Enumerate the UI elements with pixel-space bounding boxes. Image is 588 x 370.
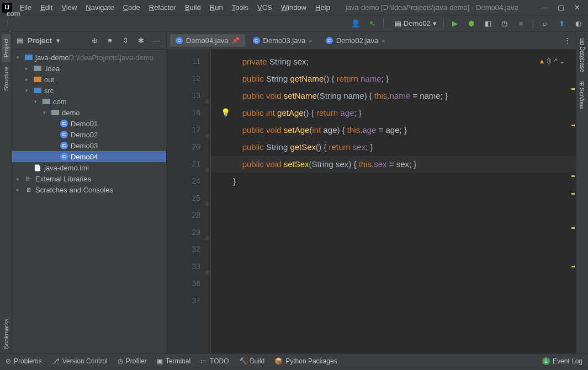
menu-build[interactable]: Build	[181, 2, 205, 13]
tree-node-demo[interactable]: ▾demo	[12, 107, 166, 118]
menu-navigate[interactable]: Navigate	[81, 2, 118, 13]
expand-icon[interactable]: ≡	[104, 35, 115, 46]
menu-tools[interactable]: Tools	[227, 2, 253, 13]
tool-vcs[interactable]: ⎇ Version Control	[52, 357, 108, 365]
collapse-icon[interactable]: ⇕	[120, 35, 131, 46]
search-icon[interactable]: ⌕	[539, 18, 550, 29]
tree-node-scratches and consoles[interactable]: ▸🗎Scratches and Consoles	[12, 184, 166, 195]
maximize-icon[interactable]: ▢	[558, 3, 564, 12]
tool-todo[interactable]: ≔ TODO	[200, 357, 229, 365]
tree-node-external libraries[interactable]: ▸⊪External Libraries	[12, 173, 166, 184]
profile-icon[interactable]: ◷	[499, 18, 510, 29]
stop-icon[interactable]: ■	[516, 18, 527, 29]
tool-tab-project[interactable]: Project	[2, 34, 10, 62]
tabs-more-icon[interactable]: ⋮	[561, 35, 573, 46]
tree-node-.idea[interactable]: ▸.idea	[12, 63, 166, 74]
navbar: java-demo〉src〉com〉demo〉C Demo04〉m getAge…	[0, 15, 588, 32]
tree-node-java-demo.iml[interactable]: 📄java-demo.iml	[12, 162, 166, 173]
add-user-icon[interactable]: 👤	[350, 18, 361, 29]
titlebar: IJ FileEditViewNavigateCodeRefactorBuild…	[0, 0, 588, 15]
update-icon[interactable]: ⬆	[556, 18, 567, 29]
minimize-icon[interactable]: —	[541, 3, 548, 12]
locate-icon[interactable]: ⊕	[89, 35, 100, 46]
project-panel-title: Project	[28, 36, 52, 45]
menu-help[interactable]: Help	[311, 2, 335, 13]
right-tool-strip: 🗄 Database ⊞ SciView	[576, 32, 588, 353]
tool-build[interactable]: 🔨 Build	[239, 357, 265, 365]
error-stripe[interactable]	[570, 50, 576, 353]
tool-terminal[interactable]: ▣ Terminal	[157, 357, 190, 365]
left-tool-strip: Project Structure Bookmarks	[0, 32, 12, 353]
tool-tab-database[interactable]: 🗄 Database	[578, 34, 587, 77]
editor-body[interactable]: 1112⊞1316⊞1720⊞2124⊞2528⊞2932⊞333637 ▲ 8…	[167, 50, 576, 353]
crumb-com[interactable]: com	[4, 8, 46, 19]
project-tree[interactable]: ▾java-demo D:\IdeaProjects\java-demo▸.id…	[12, 50, 166, 353]
coverage-icon[interactable]: ◧	[483, 18, 494, 29]
menu-view[interactable]: View	[57, 2, 81, 13]
tab-demo03.java[interactable]: CDemo03.java×	[247, 34, 318, 47]
run-icon[interactable]: ▶	[449, 18, 460, 29]
tree-node-out[interactable]: ▸out	[12, 74, 166, 85]
tool-tab-sciview[interactable]: ⊞ SciView	[578, 77, 587, 114]
menu-window[interactable]: Window	[277, 2, 311, 13]
tool-problems[interactable]: ⊘ Problems	[6, 357, 42, 365]
tree-node-src[interactable]: ▾src	[12, 85, 166, 96]
status-bar: ▣ Method 'getAge()' is never used 21:21 …	[0, 368, 588, 370]
menu-refactor[interactable]: Refactor	[145, 2, 181, 13]
tab-demo04.java[interactable]: CDemo04.java📌	[170, 34, 245, 47]
tree-node-demo03[interactable]: CDemo03	[12, 140, 166, 151]
tool-profiler[interactable]: ◷ Profiler	[118, 357, 147, 365]
main-menu: FileEditViewNavigateCodeRefactorBuildRun…	[15, 3, 335, 12]
tree-node-com[interactable]: ▾com	[12, 96, 166, 107]
project-panel-icon: ▤	[17, 36, 23, 45]
hide-icon[interactable]: —	[151, 35, 162, 46]
tree-node-demo02[interactable]: CDemo02	[12, 129, 166, 140]
settings-icon[interactable]: ✱	[135, 35, 146, 46]
close-icon[interactable]: ✕	[574, 3, 580, 12]
menu-run[interactable]: Run	[205, 2, 227, 13]
run-config-select[interactable]: ▤ Demo02 ▾	[383, 18, 443, 29]
tab-demo02.java[interactable]: CDemo02.java×	[320, 34, 391, 47]
tool-python[interactable]: 📦 Python Packages	[274, 357, 337, 365]
tool-tab-bookmarks[interactable]: Bookmarks	[2, 314, 10, 353]
project-panel: ▤ Project ▾ ⊕ ≡ ⇕ ✱ — ▾java-demo D:\Idea…	[12, 32, 167, 353]
tool-tab-structure[interactable]: Structure	[2, 62, 10, 95]
editor-tabs: CDemo04.java📌CDemo03.java×CDemo02.java× …	[167, 32, 576, 50]
window-title: java-demo [D:\IdeaProjects\java-demo] - …	[346, 3, 518, 12]
build-arrow-icon[interactable]: ↖	[367, 18, 378, 29]
tree-node-java-demo[interactable]: ▾java-demo D:\IdeaProjects\java-demo	[12, 52, 166, 63]
event-log[interactable]: 2 Event Log	[542, 357, 582, 365]
tree-node-demo01[interactable]: CDemo01	[12, 118, 166, 129]
ide-features-icon[interactable]: ◐	[573, 18, 584, 29]
tree-node-demo04[interactable]: CDemo04	[12, 151, 166, 162]
menu-code[interactable]: Code	[119, 2, 145, 13]
bottom-toolbar: ⊘ Problems ⎇ Version Control ◷ Profiler …	[0, 353, 588, 368]
project-view-chevron[interactable]: ▾	[56, 36, 60, 45]
debug-icon[interactable]: ⬢	[466, 18, 477, 29]
menu-vcs[interactable]: VCS	[253, 2, 277, 13]
gutter: 1112⊞1316⊞1720⊞2124⊞2528⊞2932⊞333637	[167, 50, 211, 353]
code-area[interactable]: ▲ 8 ^ ⌄ private String sex; public Strin…	[211, 50, 576, 353]
editor-area: CDemo04.java📌CDemo03.java×CDemo02.java× …	[167, 32, 576, 353]
